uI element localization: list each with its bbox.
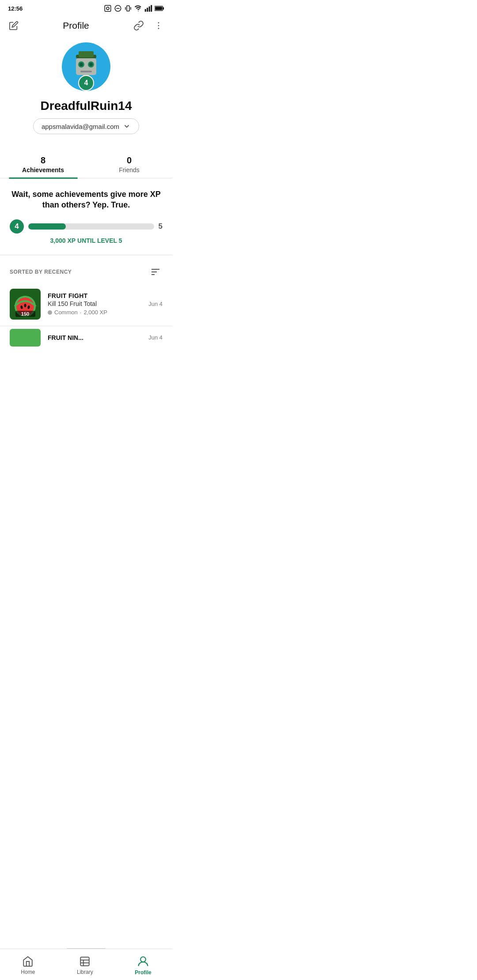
svg-point-7 <box>138 11 139 11</box>
svg-rect-9 <box>147 8 148 12</box>
svg-rect-25 <box>80 71 92 72</box>
tabs-container: 8 Achievements 0 Friends <box>0 150 172 178</box>
wifi-icon <box>134 4 142 12</box>
svg-rect-20 <box>76 58 96 75</box>
achievement-date: Jun 4 <box>148 301 163 307</box>
more-button[interactable] <box>152 19 165 32</box>
svg-point-24 <box>89 63 93 66</box>
svg-rect-8 <box>145 9 146 12</box>
achievements-count: 8 <box>41 155 45 166</box>
profile-section: 4 DreadfulRuin14 appsmalavida@gmail.com <box>0 38 172 143</box>
svg-point-16 <box>158 25 159 26</box>
progress-track <box>28 223 154 230</box>
friends-count: 0 <box>127 155 132 166</box>
achievement-meta: Common · 2,000 XP <box>48 309 141 316</box>
achievement-xp: 2,000 XP <box>83 309 107 316</box>
partial-achievement-icon <box>10 329 41 347</box>
achievement-info: FRUIT FIGHT Kill 150 Fruit Total Common … <box>48 292 141 316</box>
tab-achievements[interactable]: 8 Achievements <box>0 150 86 178</box>
top-bar-actions <box>132 19 165 33</box>
achievement-rarity: Common <box>54 309 78 316</box>
edit-button[interactable] <box>7 19 20 32</box>
sort-row: SORTED BY RECENCY <box>0 259 172 283</box>
sort-label: SORTED BY RECENCY <box>10 269 72 275</box>
top-bar: Profile <box>0 15 172 38</box>
username: DreadfulRuin14 <box>41 99 132 113</box>
dnd-icon <box>114 4 122 12</box>
svg-rect-11 <box>151 5 152 12</box>
next-level: 5 <box>159 222 163 231</box>
achievement-desc: Kill 150 Fruit Total <box>48 300 141 307</box>
status-bar: 12:56 <box>0 0 172 15</box>
svg-point-15 <box>158 22 159 23</box>
status-time: 12:56 <box>8 5 23 12</box>
avatar-container: 4 <box>62 42 110 91</box>
link-button[interactable] <box>132 19 146 33</box>
achievement-item-partial[interactable]: FRUIT NIN... Jun 4 <box>0 326 172 349</box>
friends-label: Friends <box>119 166 140 173</box>
xp-section: Wait, some achievements give more XP tha… <box>0 178 172 251</box>
separator: · <box>80 309 82 316</box>
section-divider <box>0 255 172 255</box>
level-badge: 4 <box>78 75 94 91</box>
status-icons <box>104 4 164 12</box>
achievements-label: Achievements <box>22 166 64 173</box>
sort-icon <box>150 267 161 277</box>
svg-rect-0 <box>105 5 111 11</box>
partial-achievement-date: Jun 4 <box>148 334 163 341</box>
svg-rect-19 <box>79 51 94 57</box>
svg-rect-10 <box>149 7 150 12</box>
svg-point-35 <box>24 304 26 307</box>
svg-point-17 <box>158 28 159 29</box>
svg-rect-4 <box>127 6 129 11</box>
email-text: appsmalavida@gmail.com <box>42 123 119 130</box>
signal-icon <box>144 4 152 12</box>
battery-icon <box>155 5 164 11</box>
page-title: Profile <box>63 20 89 31</box>
email-selector[interactable]: appsmalavida@gmail.com <box>33 118 139 134</box>
svg-rect-13 <box>163 7 164 9</box>
svg-rect-14 <box>155 7 162 10</box>
partial-achievement-title: FRUIT NIN... <box>48 334 83 341</box>
current-level: 4 <box>10 219 24 234</box>
vibrate-icon <box>124 4 132 12</box>
tab-friends[interactable]: 0 Friends <box>86 150 172 178</box>
achievement-item[interactable]: 150 FRUIT FIGHT Kill 150 Fruit Total Com… <box>0 283 172 326</box>
chevron-down-icon <box>123 122 131 130</box>
svg-point-1 <box>106 7 109 10</box>
achievement-game: FRUIT FIGHT <box>48 292 141 299</box>
xp-until-label: UNTIL LEVEL 5 <box>77 237 122 244</box>
svg-point-23 <box>80 63 83 66</box>
sort-button[interactable] <box>148 265 163 279</box>
screenshot-icon <box>104 4 112 12</box>
xp-needed: 3,000 XP <box>50 237 76 244</box>
achievement-game-icon: 150 <box>11 290 40 318</box>
svg-text:150: 150 <box>21 311 29 317</box>
bottom-spacer <box>0 349 172 402</box>
xp-label: 3,000 XP UNTIL LEVEL 5 <box>10 237 163 244</box>
achievement-icon: 150 <box>10 289 41 320</box>
progress-fill <box>28 223 66 230</box>
rarity-dot <box>48 310 52 315</box>
xp-title: Wait, some achievements give more XP tha… <box>10 189 163 211</box>
progress-bar-container: 4 5 <box>10 219 163 234</box>
